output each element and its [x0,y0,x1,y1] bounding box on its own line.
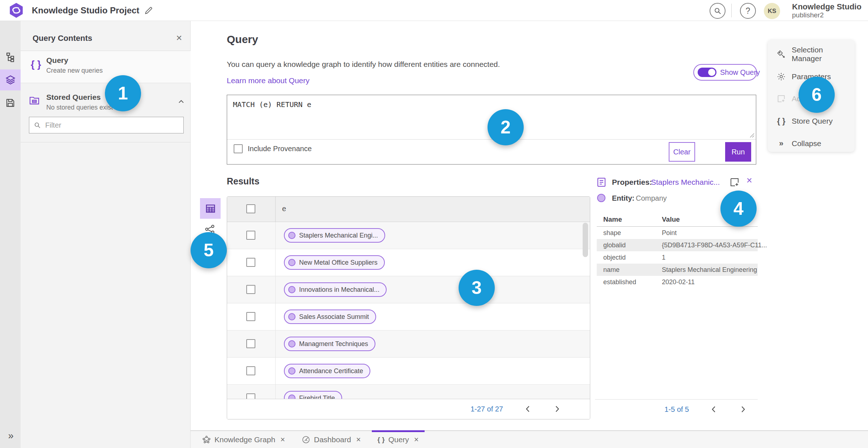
tab-query[interactable]: { } Query × [372,431,425,448]
braces-icon: { } [31,59,41,70]
table-row[interactable]: Managment Techniques [227,330,590,358]
tab-dashboard[interactable]: Dashboard × [296,431,367,448]
row-checkbox[interactable] [246,339,255,348]
include-provenance-label: Include Provenance [248,145,312,153]
annotation-badge-5: 5 [191,232,227,268]
show-query-toggle[interactable]: Show Query [693,64,757,81]
results-pagination: 1-27 of 27 [227,399,590,419]
row-checkbox[interactable] [246,285,255,294]
properties-page-range: 1-5 of 5 [664,405,689,414]
entity-dot-icon [288,286,295,293]
table-row[interactable]: Firebird Title [227,385,590,400]
entity-dot-icon [288,232,295,239]
annotation-badge-3: 3 [459,270,495,306]
braces-icon: { } [776,116,786,126]
table-row[interactable]: New Metal Office Suppliers [227,249,590,276]
chevron-right-icon[interactable] [552,404,562,414]
panel-title: Query Contents [33,34,92,43]
close-icon[interactable]: × [280,435,285,444]
entity-chip[interactable]: Attendance Certificate [284,364,370,378]
filter-field [29,117,184,133]
query-section-title: Query [227,33,258,46]
table-row[interactable]: Innovations in Mechanical... [227,276,590,303]
help-button[interactable]: ? [740,3,756,19]
page-title: Knowledge Studio Project [32,5,139,16]
menu-item-store-query[interactable]: { } Store Query [768,114,855,128]
table-view-button-active[interactable] [200,198,221,219]
table-row[interactable]: Staplers Mechanical Engi... [227,222,590,249]
row-checkbox[interactable] [246,231,255,240]
rail-contents-button-active[interactable] [0,69,21,90]
property-row: objectid1 [597,251,758,264]
query-description: You can query a knowledge graph to ident… [227,60,500,69]
hierarchy-icon [5,52,16,63]
stored-queries-label: Stored Queries [46,93,101,102]
resize-handle-icon[interactable] [749,133,754,138]
save-icon [5,98,16,108]
properties-close-icon[interactable]: × [746,175,752,186]
edit-title-pencil-icon[interactable] [144,6,153,15]
menu-item-selection-manager[interactable]: Selection Manager [768,47,855,61]
chevron-right-icon[interactable] [738,405,748,414]
table-row[interactable]: Sales Associate Summit [227,303,590,330]
avatar[interactable]: KS [764,3,780,19]
property-row: shapePoint [597,227,758,239]
results-rows: Staplers Mechanical Engi... New Metal Of… [227,222,590,400]
question-icon: ? [746,6,750,16]
annotation-badge-6: 6 [799,77,835,113]
properties-entity-link[interactable]: Staplers Mechanic... [651,178,720,187]
clear-button[interactable]: Clear [669,142,695,162]
property-row: established2020-02-11 [597,276,758,288]
entity-chip[interactable]: New Metal Office Suppliers [284,255,385,270]
row-checkbox[interactable] [246,366,255,375]
run-button[interactable]: Run [725,142,751,162]
table-icon [205,203,216,214]
results-table-header: e [227,197,590,222]
app-root: Knowledge Studio Project ? KS Knowledge … [0,0,868,448]
row-checkbox[interactable] [246,312,255,321]
filter-input[interactable] [44,121,179,130]
value-column-header: Value [662,216,680,223]
include-provenance-checkbox[interactable] [234,144,243,153]
user-name: Knowledge Studio [792,2,861,11]
results-table: e Staplers Mechanical Engi... New Metal … [227,196,590,419]
knowledge-studio-logo-icon [8,2,25,18]
results-scrollbar-thumb[interactable] [583,223,588,257]
toggle-on-icon [698,68,716,77]
menu-item-collapse[interactable]: » Collapse [768,137,855,150]
rail-hierarchy-button[interactable] [0,47,21,68]
tab-knowledge-graph[interactable]: Knowledge Graph × [196,431,291,448]
properties-doc-icon [596,177,607,188]
entity-chip[interactable]: Staplers Mechanical Engi... [284,228,385,243]
select-all-checkbox[interactable] [246,204,255,213]
user-block[interactable]: Knowledge Studio publisher2 [792,2,861,19]
search-button[interactable] [710,3,726,19]
chevron-left-icon[interactable] [523,404,533,414]
entity-chip[interactable]: Innovations in Mechanical... [284,282,387,297]
entity-label: Entity: [612,194,634,202]
entity-chip[interactable]: Sales Associate Summit [284,310,376,324]
learn-more-link[interactable]: Learn more about Query [227,76,310,85]
chevron-up-icon[interactable] [177,97,186,106]
results-title: Results [227,176,259,187]
panel-divider [21,142,191,142]
rail-save-button[interactable] [0,92,21,113]
row-checkbox[interactable] [246,258,255,267]
rail-expand-button[interactable]: » [0,430,21,441]
dashboard-icon [302,435,310,444]
entity-dot-icon [288,367,295,375]
stored-queries-description: No stored queries exist [46,104,113,111]
table-row[interactable]: Attendance Certificate [227,358,590,385]
chevron-left-icon[interactable] [709,405,719,414]
annotation-badge-2: 2 [488,109,524,145]
name-column-header: Name [603,216,622,223]
add-to-selection-icon[interactable] [729,177,740,188]
layers-icon [5,74,16,85]
panel-close-icon[interactable]: × [176,32,182,44]
results-page-range: 1-27 of 27 [471,405,503,413]
query-item-description: Create new queries [46,67,103,74]
entity-chip[interactable]: Managment Techniques [284,337,375,351]
close-icon[interactable]: × [414,435,419,444]
close-icon[interactable]: × [356,435,361,444]
sidebar-item-query[interactable]: { } Query Create new queries [21,51,191,83]
